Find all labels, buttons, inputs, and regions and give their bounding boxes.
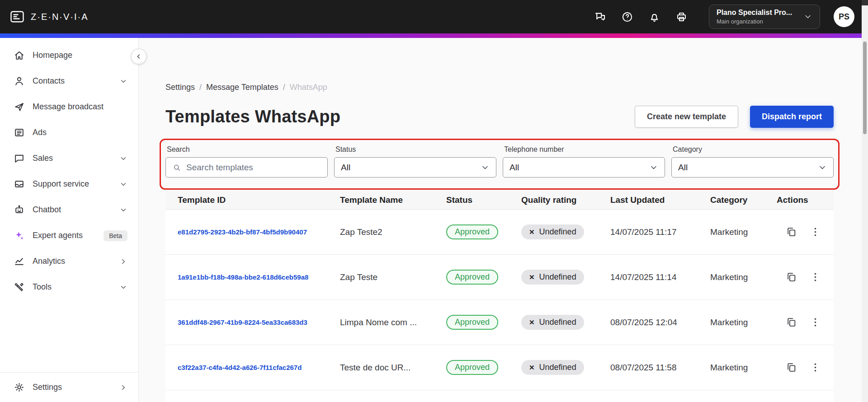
sidebar-item-tools[interactable]: Tools — [0, 274, 138, 300]
row-actions — [777, 271, 834, 283]
category: Marketing — [710, 272, 777, 282]
breadcrumb-separator: / — [199, 83, 202, 92]
template-name: Zap Teste2 — [340, 227, 446, 237]
category: Marketing — [710, 363, 777, 373]
sidebar-item-expert-agents[interactable]: Expert agents Beta — [0, 223, 138, 248]
row-actions — [777, 362, 834, 373]
breadcrumb-separator: / — [283, 83, 285, 92]
sidebar-item-label: Support service — [33, 179, 89, 189]
table-row: c3f22a37-c4fa-4d42-a626-7f11cfac267d Tes… — [165, 345, 834, 390]
filter-telephone: Telephone number All — [503, 145, 665, 178]
sidebar-item-label: Chatbot — [33, 205, 61, 215]
status-select[interactable]: All — [334, 157, 496, 178]
quality-badge: Undefined — [521, 224, 584, 239]
brand-gradient-bar — [0, 33, 868, 38]
conversations-icon[interactable] — [593, 10, 607, 23]
telephone-label: Telephone number — [504, 145, 665, 154]
sparkles-icon — [14, 230, 25, 241]
template-name: Teste de doc UR... — [340, 363, 446, 373]
filters-bar: Search Status All Telephone number — [165, 145, 834, 178]
sidebar-item-label: Analytics — [33, 257, 65, 266]
category: Marketing — [710, 227, 777, 237]
column-header: Category — [710, 195, 777, 205]
kebab-menu-icon[interactable] — [810, 362, 821, 373]
x-icon — [529, 318, 535, 327]
template-id-link[interactable]: 1a91e1bb-f18b-498a-bbe2-618d6ceb59a8 — [165, 273, 340, 281]
chevron-right-icon — [119, 257, 127, 266]
category-select[interactable]: All — [671, 157, 834, 178]
search-input[interactable] — [186, 163, 321, 173]
kebab-menu-icon[interactable] — [810, 317, 821, 328]
copy-icon[interactable] — [786, 271, 797, 283]
organization-switcher[interactable]: Plano Specialist Pro... Main organizatio… — [709, 5, 820, 29]
main-content: Settings / Message Templates / WhatsApp … — [139, 38, 868, 402]
annotation-highlight: Search Status All Telephone number — [160, 139, 840, 190]
sidebar-item-chatbot[interactable]: Chatbot — [0, 197, 138, 223]
sidebar-item-ads[interactable]: Ads — [0, 120, 138, 145]
sidebar-item-message-broadcast[interactable]: Message broadcast — [0, 94, 138, 120]
filter-status: Status All — [334, 145, 496, 178]
kebab-menu-icon[interactable] — [810, 226, 821, 238]
sidebar-spacer — [0, 300, 138, 372]
sidebar-item-settings[interactable]: Settings — [0, 372, 138, 402]
breadcrumb-whatsapp: WhatsApp — [290, 83, 327, 92]
column-header: Quality rating — [521, 195, 610, 205]
template-id-link[interactable]: c3f22a37-c4fa-4d42-a626-7f11cfac267d — [165, 364, 340, 371]
category-value: All — [678, 163, 688, 173]
status-badge: Approved — [446, 315, 498, 330]
column-header: Actions — [777, 195, 834, 205]
zenvia-logo-icon — [9, 9, 25, 25]
avatar[interactable]: PS — [834, 6, 854, 27]
search-icon — [172, 163, 181, 172]
breadcrumb: Settings / Message Templates / WhatsApp — [165, 83, 834, 92]
scrollbar-corner — [862, 0, 868, 5]
sidebar-collapse-button[interactable] — [131, 49, 146, 64]
copy-icon[interactable] — [786, 362, 797, 373]
sidebar-item-analytics[interactable]: Analytics — [0, 248, 138, 274]
filter-search: Search — [165, 145, 328, 178]
x-icon — [529, 227, 535, 237]
chat-bubble-icon — [14, 153, 25, 164]
breadcrumb-settings[interactable]: Settings — [165, 83, 195, 92]
template-name: Limpa Nome com ... — [340, 318, 446, 327]
last-updated: 14/07/2025 11:17 — [610, 227, 710, 237]
notifications-bell-icon[interactable] — [647, 10, 661, 23]
page-scrollbar — [862, 0, 868, 402]
sidebar-item-homepage[interactable]: Homepage — [0, 42, 138, 68]
telephone-select[interactable]: All — [503, 157, 665, 178]
status-badge: Approved — [446, 224, 498, 239]
table-body: e81d2795-2923-4b2b-bf87-4bf5d9b90407 Zap… — [165, 210, 834, 390]
status-value: All — [341, 163, 350, 173]
copy-icon[interactable] — [786, 317, 797, 328]
column-header: Template ID — [165, 195, 340, 205]
column-header: Status — [446, 195, 521, 205]
sidebar-item-sales[interactable]: Sales — [0, 145, 138, 171]
sidebar-item-contacts[interactable]: Contacts — [0, 68, 138, 94]
template-id-link[interactable]: e81d2795-2923-4b2b-bf87-4bf5d9b90407 — [165, 228, 340, 236]
sidebar-item-label: Expert agents — [33, 231, 83, 240]
dispatch-report-button[interactable]: Dispatch report — [750, 106, 834, 128]
search-field[interactable] — [165, 157, 328, 178]
printer-icon[interactable] — [675, 10, 688, 23]
copy-icon[interactable] — [786, 226, 797, 238]
robot-icon — [14, 204, 25, 215]
template-id-link[interactable]: 361ddf48-2967-41b9-8224-5ea33ca683d3 — [165, 318, 340, 326]
breadcrumb-message-templates[interactable]: Message Templates — [206, 83, 278, 92]
filter-category: Category All — [671, 145, 834, 178]
scrollbar-thumb[interactable] — [863, 42, 867, 134]
quality-label: Undefined — [539, 318, 576, 327]
newspaper-icon — [14, 127, 25, 138]
create-new-template-button[interactable]: Create new template — [635, 106, 738, 128]
table-row: e81d2795-2923-4b2b-bf87-4bf5d9b90407 Zap… — [165, 210, 834, 255]
sidebar-item-support-service[interactable]: Support service — [0, 171, 138, 197]
chevron-down-icon — [119, 154, 127, 163]
line-chart-icon — [14, 256, 25, 267]
column-header: Template Name — [340, 195, 446, 205]
x-icon — [529, 272, 535, 282]
organization-name: Plano Specialist Pro... — [717, 9, 792, 17]
kebab-menu-icon[interactable] — [810, 271, 821, 283]
templates-table: Template IDTemplate NameStatusQuality ra… — [165, 191, 834, 402]
status-label: Status — [335, 145, 496, 154]
help-icon[interactable] — [620, 10, 634, 23]
template-name: Zap Teste — [340, 272, 446, 282]
